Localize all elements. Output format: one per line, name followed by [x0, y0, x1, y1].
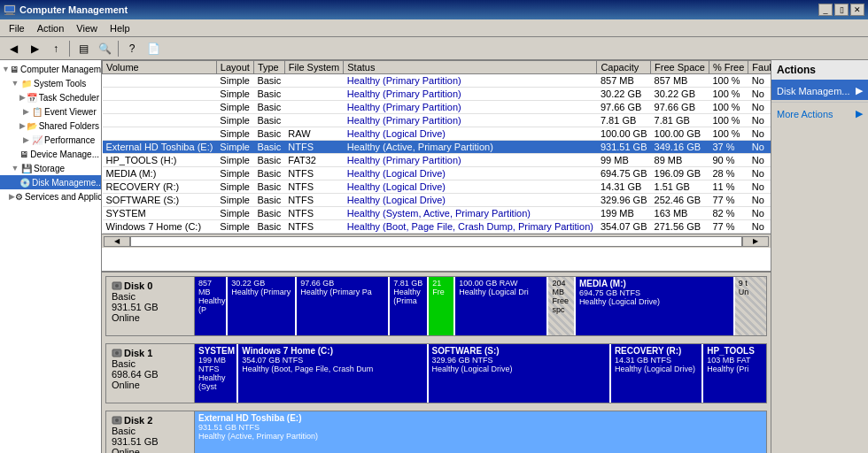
disk-0-part-9[interactable]: 9 t Un	[735, 277, 766, 335]
col-fault[interactable]: Fault Toleran	[748, 61, 771, 74]
table-row[interactable]: SimpleBasicHealthy (Primary Partition)30…	[103, 88, 771, 101]
disk-0-part-4[interactable]: 7.81 GB Healthy (Prima	[390, 277, 429, 335]
up-button[interactable]: ↑	[46, 40, 66, 58]
disk-0-part-6[interactable]: 100.00 GB RAW Healthy (Logical Dri	[455, 277, 548, 335]
disk-0-part-7[interactable]: 204 MB Free spc	[548, 277, 575, 335]
table-cell: Basic	[253, 180, 284, 194]
disk-1-part-c[interactable]: Windows 7 Home (C:) 354.07 GB NTFS Healt…	[238, 344, 428, 403]
disk-1-part-s[interactable]: SOFTWARE (S:) 329.96 GB NTFS Healthy (Lo…	[429, 344, 611, 403]
col-filesystem[interactable]: File System	[284, 61, 343, 74]
col-type[interactable]: Type	[253, 61, 284, 74]
table-cell: 100.00 GB	[651, 127, 709, 141]
export-button[interactable]: 📄	[143, 40, 163, 58]
tree-item-shared-folders[interactable]: ▶ 📂 Shared Folders	[0, 119, 101, 133]
menu-view[interactable]: View	[71, 21, 103, 35]
scrollbar-track[interactable]	[130, 236, 742, 247]
tree-item-computer-management[interactable]: ▼ 🖥 Computer Manageme	[0, 62, 101, 76]
table-row[interactable]: External HD Toshiba (E:)SimpleBasicNTFSH…	[103, 141, 771, 154]
expand-icon[interactable]: ▶	[9, 190, 15, 203]
part-name: Windows 7 Home (C:)	[242, 346, 422, 356]
col-freespace[interactable]: Free Space	[651, 61, 709, 74]
table-row[interactable]: Windows 7 Home (C:)SimpleBasicNTFSHealth…	[103, 220, 771, 234]
disk-0-part-3[interactable]: 97.66 GB Healthy (Primary Pa	[297, 277, 390, 335]
disk-1-part-h[interactable]: HP_TOOLS 103 MB FAT Healthy (Pri	[703, 344, 766, 403]
tree-item-storage[interactable]: ▼ 💾 Storage	[0, 161, 101, 175]
action-disk-management[interactable]: Disk Managem... ▶	[771, 81, 868, 100]
table-cell: Simple	[216, 207, 253, 220]
table-cell: Basic	[253, 114, 284, 127]
storage-icon: 💾	[21, 164, 32, 173]
part-name: MEDIA (M:)	[579, 279, 730, 288]
show-hide-button[interactable]: ▤	[74, 40, 93, 58]
properties-button[interactable]: 🔍	[95, 40, 114, 58]
back-button[interactable]: ◀	[4, 40, 23, 58]
disk-1-part-system[interactable]: SYSTEM 199 MB NTFS Healthy (Syst	[195, 344, 238, 403]
tree-item-services[interactable]: ▶ ⚙ Services and Applic...	[0, 189, 101, 203]
tree-label-storage: Storage	[34, 164, 65, 173]
table-row[interactable]: HP_TOOLS (H:)SimpleBasicFAT32Healthy (Pr…	[103, 154, 771, 167]
table-cell: Basic	[253, 154, 284, 167]
table-cell: Healthy (Primary Partition)	[344, 74, 597, 88]
table-cell: 100 %	[709, 74, 748, 88]
tree-item-system-tools[interactable]: ▼ 📁 System Tools	[0, 76, 101, 90]
table-row[interactable]: SOFTWARE (S:)SimpleBasicNTFSHealthy (Log…	[103, 194, 771, 207]
menu-help[interactable]: Help	[105, 21, 136, 35]
table-row[interactable]: SimpleBasicRAWHealthy (Logical Drive)100…	[103, 127, 771, 141]
expand-icon[interactable]: ▶	[19, 91, 27, 104]
table-cell: 30.22 GB	[651, 88, 709, 101]
close-button[interactable]: ✕	[850, 4, 864, 16]
expand-icon[interactable]: ▼	[9, 162, 21, 174]
table-row[interactable]: SimpleBasicHealthy (Primary Partition)97…	[103, 101, 771, 114]
tree-item-device-manager[interactable]: 🖥 Device Manage...	[0, 147, 101, 161]
scroll-right-button[interactable]: ▶	[742, 236, 769, 247]
table-cell: 11 %	[709, 180, 748, 194]
disk-0-part-2[interactable]: 30.22 GB Healthy (Primary	[228, 277, 297, 335]
col-status[interactable]: Status	[344, 61, 597, 74]
part-status: Healthy (P	[198, 296, 222, 314]
minimize-button[interactable]: _	[818, 4, 833, 16]
col-layout[interactable]: Layout	[216, 61, 253, 74]
table-cell: Simple	[216, 180, 253, 194]
menu-file[interactable]: File	[4, 21, 30, 35]
disk-0-part-1[interactable]: 857 MB Healthy (P	[195, 277, 228, 335]
expand-icon[interactable]: ▶	[19, 119, 27, 132]
disk-0-status: Online	[112, 312, 189, 323]
table-row[interactable]: SimpleBasicHealthy (Primary Partition)85…	[103, 74, 771, 88]
table-cell: 252.46 GB	[651, 194, 709, 207]
help-button[interactable]: ?	[122, 40, 142, 58]
col-pctfree[interactable]: % Free	[709, 61, 748, 74]
col-volume[interactable]: Volume	[103, 61, 217, 74]
tree-item-event-viewer[interactable]: ▶ 📋 Event Viewer	[0, 104, 101, 119]
expand-icon[interactable]: ▼	[2, 63, 10, 75]
disk-0-partitions: 857 MB Healthy (P 30.22 GB Healthy (Prim…	[195, 277, 766, 335]
disk-2-part-e[interactable]: External HD Toshiba (E:) 931.51 GB NTFS …	[195, 411, 766, 453]
expand-icon[interactable]: ▼	[9, 77, 21, 89]
restore-button[interactable]: ▯	[834, 4, 849, 16]
expand-icon[interactable]: ▶	[19, 105, 32, 118]
table-row[interactable]: RECOVERY (R:)SimpleBasicNTFSHealthy (Log…	[103, 180, 771, 194]
disk-0-part-media[interactable]: MEDIA (M:) 694.75 GB NTFS Healthy (Logic…	[576, 277, 735, 335]
table-cell: No	[748, 167, 771, 180]
expand-icon[interactable]: ▶	[19, 134, 32, 146]
svg-point-9	[115, 418, 119, 422]
menu-action[interactable]: Action	[32, 21, 70, 35]
table-cell: Simple	[216, 167, 253, 180]
table-row[interactable]: MEDIA (M:)SimpleBasicNTFSHealthy (Logica…	[103, 167, 771, 180]
forward-button[interactable]: ▶	[25, 40, 44, 58]
scroll-left-button[interactable]: ◀	[104, 236, 130, 247]
tree-item-task-scheduler[interactable]: ▶ 📅 Task Scheduler	[0, 90, 101, 104]
disk-2-partitions: External HD Toshiba (E:) 931.51 GB NTFS …	[195, 411, 766, 453]
table-row[interactable]: SYSTEMSimpleBasicNTFSHealthy (System, Ac…	[103, 207, 771, 220]
tree-item-performance[interactable]: ▶ 📈 Performance	[0, 133, 101, 147]
disk-small-icon	[112, 415, 122, 426]
action-more[interactable]: More Actions ▶	[771, 104, 868, 123]
table-cell: 100 %	[709, 88, 748, 101]
table-hscrollbar[interactable]: ◀ ▶	[102, 234, 771, 248]
disk-1-part-r[interactable]: RECOVERY (R:) 14.31 GB NTFS Healthy (Log…	[611, 344, 703, 403]
col-capacity[interactable]: Capacity	[597, 61, 651, 74]
tree-item-disk-management[interactable]: 💿 Disk Manageme...	[0, 175, 101, 189]
action-arrow-icon: ▶	[856, 108, 863, 119]
table-row[interactable]: SimpleBasicHealthy (Primary Partition)7.…	[103, 114, 771, 127]
table-cell: No	[748, 114, 771, 127]
disk-0-part-5[interactable]: 21 Fre	[429, 277, 455, 335]
